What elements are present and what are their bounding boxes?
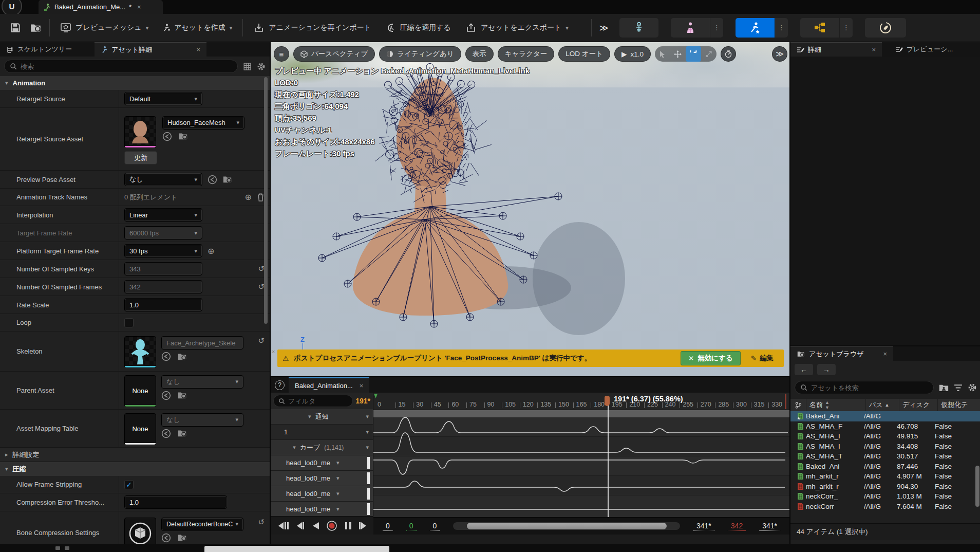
asset-list-scrollbar[interactable] [975,466,979,507]
use-selected-icon[interactable] [161,352,171,361]
section-compression[interactable]: ▾圧縮 [0,462,270,476]
browse-icon[interactable] [222,175,233,184]
tab-preview-scene-settings[interactable]: プレビューシ... [889,42,959,57]
to-front-button[interactable] [276,522,289,530]
animation-mode-options-icon[interactable]: ⋮ [775,18,788,38]
create-asset-button[interactable]: アセットを作成▾ [156,17,239,39]
preview-mesh-button[interactable]: プレビューメッシュ▾ [53,17,156,39]
playback-speed-button[interactable]: ▶x1.0 [614,46,651,62]
tab-skeleton-tree[interactable]: スケルトンツリー [0,42,78,57]
details-search-field[interactable] [4,60,238,73]
track-notifies[interactable]: ▾通知▾ [271,409,373,425]
curve-track-row[interactable]: head_lod0_me▾ [271,502,373,517]
export-asset-button[interactable]: アセットをエクスポート▾ [458,17,576,39]
viewport-menu-button[interactable]: ≡ [274,46,289,62]
browse-icon[interactable] [177,391,187,400]
taskbar-window-sliver[interactable] [204,546,389,552]
bone-compression-settings-dropdown[interactable]: DefaultRecorderBoneC▾ [161,518,243,531]
tab-close-icon[interactable]: × [872,46,876,53]
use-selected-icon[interactable] [161,429,171,438]
tab-close-icon[interactable]: × [137,3,141,11]
apply-compression-button[interactable]: 圧縮を適用する [379,17,458,39]
mesh-mode-options-icon[interactable]: ⋮ [710,18,723,38]
track-notify-1[interactable]: 1▾ [271,425,373,440]
property-matrix-icon[interactable] [243,62,252,71]
pause-button[interactable] [345,522,352,530]
range-value-current[interactable]: 0 [406,522,417,531]
search-input[interactable] [21,63,232,70]
asset-browser-settings-gear-icon[interactable] [968,383,977,392]
tab-close-icon[interactable]: × [197,46,201,53]
rotate-tool-icon[interactable] [686,46,701,62]
column-virtualized[interactable]: 仮想化テ [938,399,980,411]
details-scrollbar[interactable] [264,77,268,324]
asset-mapping-table-thumbnail[interactable]: None [124,413,156,445]
track-options-caret-icon[interactable]: ▾ [366,429,369,435]
filter-icon[interactable] [954,384,963,392]
curve-track-row[interactable]: head_lod0_me▾ [271,455,373,471]
column-name[interactable]: 名前▲▼ [806,399,865,411]
blueprint-mode-options-icon[interactable]: ⋮ [839,18,853,38]
use-selected-icon[interactable] [161,533,171,543]
timeline-document-tab[interactable]: Baked_Animation... × [289,377,369,393]
scale-tool-icon[interactable] [701,46,717,62]
use-selected-icon[interactable] [161,391,171,400]
camera-speed-button[interactable] [721,46,736,62]
range-value[interactable]: 0 [383,522,393,531]
tab-details[interactable]: 詳細 × [790,42,882,57]
range-end-total[interactable]: 342 [728,522,746,531]
playhead-line[interactable] [608,403,609,517]
select-tool-icon[interactable] [655,46,670,62]
use-selected-icon[interactable] [208,175,217,185]
column-disk-size[interactable]: ディスク [899,399,937,411]
loop-checkbox[interactable] [124,318,134,327]
timeline-ruler[interactable]: 0153045607590105120135150165180195210225… [373,393,789,410]
track-curves-header[interactable]: ▾カーブ(1,141)▾ [271,440,373,455]
step-backward-button[interactable] [295,522,305,530]
asset-row[interactable]: Baked_Ani/All/G87.446False [790,462,980,472]
browse-icon[interactable] [177,429,187,438]
browse-icon[interactable] [177,352,187,361]
warning-disable-button[interactable]: ✕無効にする [681,351,741,365]
parent-asset-thumbnail[interactable]: None [124,375,156,407]
retarget-source-dropdown[interactable]: Default▾ [124,92,202,105]
browse-icon[interactable] [178,132,189,141]
animation-mode-button[interactable] [736,18,775,38]
update-button[interactable]: 更新 [124,151,157,164]
curve-options-caret-icon[interactable]: ▾ [336,459,340,466]
save-button[interactable] [5,17,26,38]
viewport-overflow-button[interactable]: ≫ [772,46,787,62]
range-value[interactable]: 0 [430,522,440,531]
timeline-scrollbar-thumb[interactable] [467,523,667,529]
browse-icon[interactable] [177,533,187,542]
history-back-button[interactable]: ← [795,364,813,375]
row-advanced-settings[interactable]: ▸詳細設定 [0,448,270,462]
use-selected-icon[interactable] [162,132,172,141]
curve-options-caret-icon[interactable]: ▾ [336,506,340,512]
curve-track-row[interactable]: head_lod0_me▾ [271,471,373,486]
reset-to-default-icon[interactable]: ↺ [258,518,265,527]
character-menu-button[interactable]: キャラクター [498,46,555,62]
asset-row[interactable]: mh_arkit_r/All/G4.907 MFalse [790,471,980,482]
timeline-filter-field[interactable] [273,395,353,407]
translate-tool-icon[interactable] [670,46,686,62]
status-icon[interactable] [65,546,69,550]
tab-close-icon[interactable]: × [883,350,887,358]
retarget-source-asset-dropdown[interactable]: Hudson_FaceMesh▾ [162,116,244,130]
skeleton-thumbnail[interactable] [124,336,156,368]
asset-editor-tab[interactable]: Baked_Animation_Me... * × [39,0,163,14]
tab-close-icon[interactable]: × [360,382,364,390]
preview-pose-asset-dropdown[interactable]: なし▾ [124,173,202,186]
record-button[interactable] [326,520,337,531]
details-settings-gear-icon[interactable] [257,62,266,71]
lod-menu-button[interactable]: LOD オート [558,46,610,62]
asset-row[interactable]: AS_MHA_T/All/G30.517False [790,451,980,462]
help-button[interactable]: ? [275,380,285,390]
column-path[interactable]: パス▲ [866,399,899,411]
track-options-caret-icon[interactable]: ▾ [366,444,369,451]
reimport-animation-button[interactable]: アニメーションを再インポート [246,17,379,39]
asset-row[interactable]: AS_MHA_F/All/G46.708False [790,421,980,432]
show-menu-button[interactable]: 表示 [465,46,494,62]
skeleton-mode-button[interactable] [619,18,658,38]
range-end[interactable]: 341* [693,522,714,531]
